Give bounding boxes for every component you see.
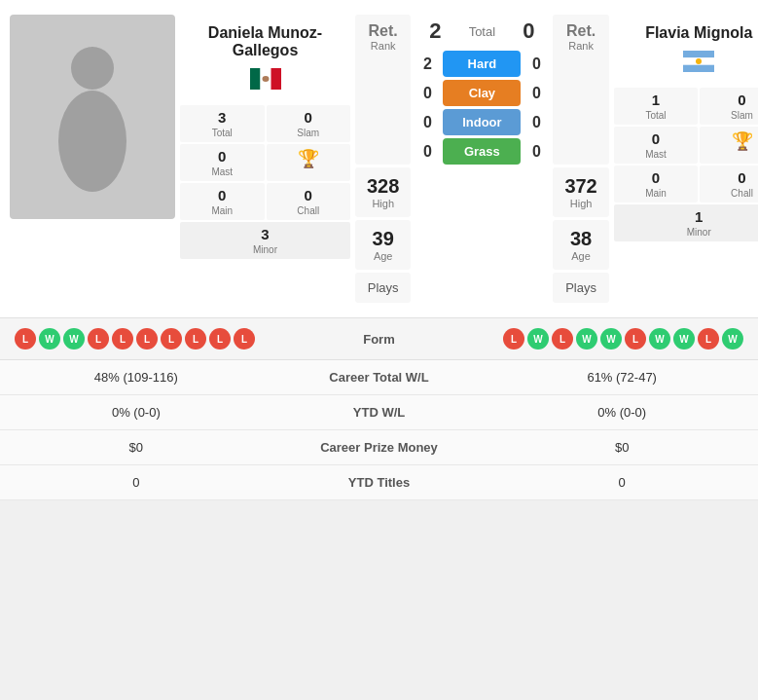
p2-clay-score: 0 <box>523 85 550 102</box>
form-badge: L <box>88 328 109 350</box>
player1-mast-stat: 0 Mast <box>180 144 265 181</box>
player2-rank-label: Rank <box>564 40 596 52</box>
player2-trophy-icon: 🏆 <box>732 130 753 152</box>
p1-career-total: 48% (109-116) <box>15 370 258 385</box>
form-badge: W <box>527 328 549 350</box>
career-total-label: Career Total W/L <box>258 370 501 385</box>
indoor-button[interactable]: Indoor <box>443 109 521 135</box>
p2-grass-score: 0 <box>523 143 550 161</box>
svg-point-9 <box>696 58 702 64</box>
player2-mast-stat: 0 Mast <box>614 127 699 164</box>
p2-prize: $0 <box>500 440 743 455</box>
player1-main-stat: 0 Main <box>180 183 265 220</box>
player1-total-stat: 3 Total <box>180 105 265 142</box>
p1-hard-score: 2 <box>414 55 441 73</box>
player1-high-rank-box: 328 High <box>355 167 411 217</box>
grass-row: 0 Grass 0 <box>414 138 550 165</box>
form-badge: L <box>112 328 133 350</box>
form-badge: W <box>576 328 597 350</box>
player1-age-label: Age <box>367 250 399 262</box>
ytd-wl-label: YTD W/L <box>258 405 501 420</box>
form-badge: W <box>39 328 60 350</box>
hard-button[interactable]: Hard <box>443 51 521 77</box>
player2-stats: 1 Total 0 Slam 0 Mast 🏆 0 Main <box>614 88 758 241</box>
p1-prize: $0 <box>15 440 258 455</box>
player2-age-box: 38 Age <box>553 220 608 270</box>
player2-form-badges: LWLWWLWWLW <box>451 328 743 350</box>
player2-rank-box: Ret. Rank <box>553 15 608 165</box>
form-badge: W <box>673 328 695 350</box>
player2-total-stat: 1 Total <box>614 88 699 125</box>
svg-rect-6 <box>683 51 714 57</box>
p2-total-score: 0 <box>515 18 542 44</box>
player1-trophy-icon-cell: 🏆 <box>267 144 351 181</box>
player1-form-badges: LWWLLLLLLL <box>15 328 307 350</box>
player2-plays-box: Plays <box>553 273 608 303</box>
p2-ytd-wl: 0% (0-0) <box>500 405 743 420</box>
player1-rank-box: Ret. Rank <box>355 15 411 165</box>
player2-high-rank: 372 <box>564 175 596 198</box>
player2-age: 38 <box>564 228 596 250</box>
prize-label: Career Prize Money <box>258 440 501 455</box>
player2-name: Flavia Mignola <box>645 24 752 42</box>
p1-titles: 0 <box>15 475 258 490</box>
player2-age-label: Age <box>564 250 596 262</box>
total-label: Total <box>449 24 515 39</box>
svg-point-0 <box>71 47 114 90</box>
player2-flag <box>683 51 714 72</box>
p1-total-score: 2 <box>421 18 449 44</box>
p2-indoor-score: 0 <box>523 114 550 131</box>
player2-minor-stat: 1 Minor <box>614 204 758 241</box>
titles-label: YTD Titles <box>258 475 501 490</box>
career-total-row: 48% (109-116) Career Total W/L 61% (72-4… <box>0 360 758 395</box>
player1-high-rank: 328 <box>367 175 399 198</box>
player1-age: 39 <box>367 228 399 250</box>
svg-rect-8 <box>683 65 714 72</box>
player1-rank-label: Rank <box>367 40 399 52</box>
player1-flag <box>250 68 281 90</box>
p1-grass-score: 0 <box>414 143 441 161</box>
player1-plays-box: Plays <box>355 273 411 303</box>
form-badge: L <box>552 328 573 350</box>
svg-point-1 <box>58 91 126 192</box>
player2-section: Flavia Mignola 1 Total 0 Slam 0 <box>614 15 758 303</box>
form-row: LWWLLLLLLL Form LWLWWLWWLW <box>0 318 758 360</box>
svg-rect-4 <box>271 68 281 90</box>
player1-trophy-icon: 🏆 <box>298 148 319 169</box>
player1-section: Daniela Munoz-Gallegos 3 Total 0 Slam 0 <box>180 15 350 303</box>
total-row: 2 Total 0 <box>414 15 550 48</box>
player2-rank-value: Ret. <box>564 22 596 40</box>
ytd-wl-row: 0% (0-0) YTD W/L 0% (0-0) <box>0 395 758 430</box>
player2-main-stat: 0 Main <box>614 166 699 203</box>
player1-age-box: 39 Age <box>355 220 411 270</box>
form-badge: L <box>136 328 158 350</box>
p1-ytd-wl: 0% (0-0) <box>15 405 258 420</box>
player2-high-rank-box: 372 High <box>553 167 608 217</box>
player2-chall-stat: 0 Chall <box>700 166 758 203</box>
form-badge: L <box>698 328 719 350</box>
form-badge: L <box>625 328 646 350</box>
player1-rank-value: Ret. <box>367 22 399 40</box>
form-badge: L <box>209 328 231 350</box>
form-badge: L <box>234 328 255 350</box>
player1-photo <box>10 15 175 219</box>
player1-slam-stat: 0 Slam <box>267 105 351 142</box>
p1-indoor-score: 0 <box>414 114 441 131</box>
player1-high-label: High <box>367 198 399 209</box>
clay-button[interactable]: Clay <box>443 80 521 106</box>
player2-high-label: High <box>564 198 596 209</box>
grass-button[interactable]: Grass <box>443 138 521 165</box>
player2-plays-label: Plays <box>565 280 596 295</box>
center-panel: Ret. Rank 2 Total 0 2 Hard 0 <box>355 15 609 303</box>
form-badge: L <box>185 328 206 350</box>
hard-row: 2 Hard 0 <box>414 51 550 77</box>
p2-career-total: 61% (72-47) <box>500 370 743 385</box>
bottom-table: LWWLLLLLLL Form LWLWWLWWLW 48% (109-116)… <box>0 317 758 500</box>
player1-stats: 3 Total 0 Slam 0 Mast 🏆 0 Main <box>180 105 350 259</box>
p2-titles: 0 <box>500 475 743 490</box>
main-container: Daniela Munoz-Gallegos 3 Total 0 Slam 0 <box>0 0 758 500</box>
form-badge: W <box>649 328 670 350</box>
svg-rect-2 <box>250 68 261 90</box>
player1-plays-label: Plays <box>368 280 399 295</box>
player1-name: Daniela Munoz-Gallegos <box>180 24 350 59</box>
